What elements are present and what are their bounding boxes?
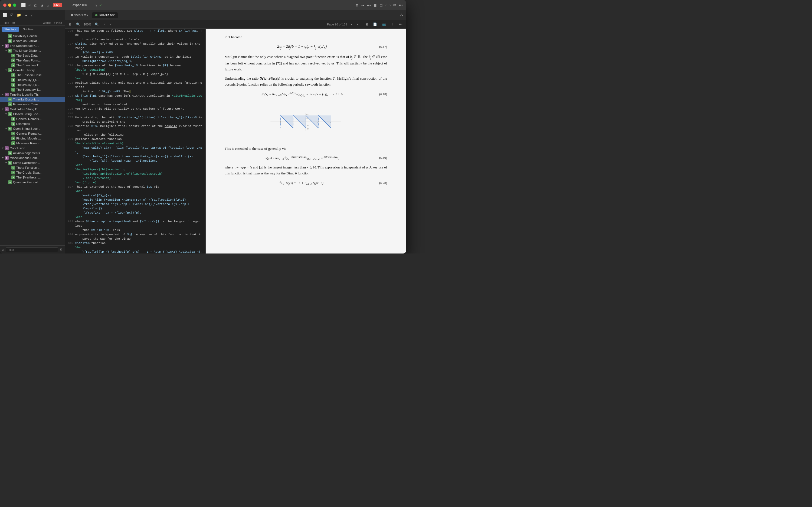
tree-item-general2[interactable]: S General Remark... bbox=[0, 131, 65, 136]
sqrt-icon: √x bbox=[400, 13, 403, 17]
forward-icon[interactable]: › bbox=[389, 3, 391, 7]
code-line-beq2: \beq\label{thetal-sawtooth} bbox=[65, 142, 205, 146]
next-btn[interactable]: › bbox=[350, 22, 353, 27]
tree-item-finding[interactable]: S Finding Models ... bbox=[0, 136, 65, 141]
eq617-number: (6.17) bbox=[379, 44, 387, 50]
preview-content: in T become 2xj = 2âj/b = 1 − q/p − kj √… bbox=[225, 34, 387, 186]
traffic-lights bbox=[3, 3, 16, 7]
minimize-button[interactable] bbox=[8, 3, 11, 7]
check-icon[interactable]: ✓ bbox=[99, 3, 102, 7]
more-toolbar-btn[interactable]: ••• bbox=[397, 22, 404, 27]
tree-item-some[interactable]: ▼ S Some Calculation... bbox=[0, 160, 65, 165]
search-icon[interactable]: ⌕ bbox=[47, 3, 49, 7]
tree-item-conclusion[interactable]: ▼ C Conclusion bbox=[0, 146, 65, 151]
sidebar-btn-check[interactable]: ☑ bbox=[9, 12, 15, 18]
link-icon[interactable]: ∞ bbox=[28, 3, 31, 7]
layout3-icon[interactable]: ◼ bbox=[374, 3, 377, 7]
app-name: TexpadTeX bbox=[71, 3, 87, 7]
tree-item-vartheta[interactable]: S The $\vartheta_... bbox=[0, 175, 65, 180]
prev-first-btn[interactable]: « bbox=[102, 22, 107, 27]
grid-btn[interactable]: ⊞ bbox=[67, 22, 72, 27]
view-btn2[interactable]: 📄 bbox=[372, 22, 378, 27]
tree-item-misc[interactable]: ▼ C Miscellaneous Com... bbox=[0, 156, 65, 160]
tree-item-noncompact[interactable]: ▼ C The Noncompact C... bbox=[0, 43, 65, 48]
tree-item-basic[interactable]: S The Basic Data bbox=[0, 53, 65, 58]
tree-item-susy1[interactable]: S The $\susy{1}$ ... bbox=[0, 77, 65, 82]
arrow-suitability bbox=[5, 35, 8, 37]
maximize-button[interactable] bbox=[13, 3, 16, 7]
code-line-eq1: 2 x_j = 2\hat{a}_j/b = 1 - q/p - k_j \sq… bbox=[65, 72, 205, 76]
more-icon[interactable]: ••• bbox=[399, 3, 403, 7]
eq619-number: (6.19) bbox=[379, 155, 387, 161]
code-line-beq3: \beq bbox=[65, 189, 205, 193]
close-button[interactable] bbox=[3, 3, 6, 7]
tree-item-general1[interactable]: S General Remark... bbox=[0, 116, 65, 121]
tree-item-open[interactable]: ▼ S Open String Spec... bbox=[0, 126, 65, 131]
folder-icon[interactable]: 🗂 bbox=[34, 3, 38, 7]
tree-item-suitability[interactable]: S Suitability Conditi... bbox=[0, 34, 65, 39]
tree-item-quantum[interactable]: S Quantum Fluctuat... bbox=[0, 180, 65, 185]
triangle-icon[interactable]: ▲ bbox=[40, 3, 44, 7]
tree-item-massless[interactable]: S Massless Ramo... bbox=[0, 141, 65, 146]
sidebar-btn-square[interactable]: ⬜ bbox=[2, 12, 8, 18]
code-editor[interactable]: 786 This may be seen as follows. Let $\t… bbox=[65, 29, 206, 253]
tree-item-ack[interactable]: S Acknowledgements bbox=[0, 151, 65, 156]
tab-liouville[interactable]: liouville.tex bbox=[92, 12, 118, 18]
tree-item-liouville[interactable]: ▼ S Liouville Theory bbox=[0, 68, 65, 72]
tree-item-theta[interactable]: S Theta Function ... bbox=[0, 165, 65, 170]
tab-subfiles[interactable]: Subfiles bbox=[20, 27, 36, 32]
filter-input[interactable] bbox=[6, 247, 58, 252]
gear-icon[interactable]: ⚙ bbox=[60, 248, 63, 251]
window-icon[interactable]: ⧉ bbox=[393, 3, 396, 7]
sidebar-btn-search[interactable]: ⌕ bbox=[30, 12, 35, 18]
tab-thesis[interactable]: thesis.tex bbox=[68, 12, 91, 18]
tree-item-timelike[interactable]: ▼ C Timelike Liouville Th... bbox=[0, 92, 65, 97]
sidebar-tree: S Suitability Conditi... S A Note on Sim… bbox=[0, 33, 65, 245]
tree-item-susy2[interactable]: S The $\susy{2}$ ... bbox=[0, 82, 65, 87]
code-line-798b: relies on the following bbox=[65, 133, 205, 137]
code-line-787: 787 $\tla$, also referred to as `charges… bbox=[65, 42, 205, 50]
sidebar-toggle-icon[interactable]: ⬜ bbox=[21, 3, 26, 7]
tree-item-mass[interactable]: S The Mass Form... bbox=[0, 58, 65, 63]
tree-item-boundary2[interactable]: S The Boundary T... bbox=[0, 87, 65, 92]
layout1-icon[interactable]: ▪▪ bbox=[361, 3, 364, 7]
tree-item-linear[interactable]: ▼ S The Linear Dilaton... bbox=[0, 48, 65, 53]
arrow-boundary2 bbox=[8, 88, 11, 91]
layout2-icon[interactable]: ▪▪▪ bbox=[367, 3, 371, 7]
tree-item-examples[interactable]: S Examples bbox=[0, 121, 65, 126]
tree-item-boundary1[interactable]: S The Boundary T... bbox=[0, 63, 65, 68]
layout4-icon[interactable]: ◻ bbox=[379, 3, 383, 7]
tree-item-moduli[interactable]: ▼ C Moduli-free String B... bbox=[0, 107, 65, 112]
tree-item-timelike-bosonic[interactable]: S Timelike Bosonic... bbox=[0, 97, 65, 102]
share-icon[interactable]: ⬆ bbox=[355, 3, 359, 7]
tree-item-bosonic[interactable]: S The Bosonic Case bbox=[0, 72, 65, 77]
icon-some: S bbox=[8, 161, 12, 165]
back-icon[interactable]: ‹ bbox=[385, 3, 387, 7]
code-line-eq2a: \mathcal{D}_1(x) = \lim_{\epsilon\righta… bbox=[65, 146, 205, 154]
view-btn1[interactable]: ⊞ bbox=[364, 22, 369, 27]
arrow-ack bbox=[5, 152, 8, 154]
main-content: ⬜ ☑ 📁 ▲ ⌕ Files 20 Words 34458 Structure… bbox=[0, 10, 406, 253]
tree-item-anote[interactable]: S A Note on Similar ... bbox=[0, 39, 65, 43]
preview-para2: Understanding the ratio ϑ₁′(z|τ)/ϑ₁(z|τ)… bbox=[225, 75, 387, 88]
code-line-beq1: \beq{xj-equation} bbox=[65, 68, 205, 72]
eq618-number: (6.18) bbox=[379, 92, 387, 97]
sidebar-btn-folder[interactable]: 📁 bbox=[16, 12, 22, 18]
branch-icon[interactable]: ⑃ bbox=[95, 3, 97, 7]
tree-item-extension[interactable]: S Extension to Time... bbox=[0, 102, 65, 107]
sidebar-btn-flag[interactable]: ▲ bbox=[23, 12, 29, 18]
code-line-endfig: \end{figure} bbox=[65, 180, 205, 185]
tree-item-closed[interactable]: ▼ S Closed String Spe... bbox=[0, 112, 65, 116]
prev-btn[interactable]: ‹ bbox=[109, 22, 113, 27]
next-last-btn[interactable]: » bbox=[355, 22, 360, 27]
play-btn[interactable]: ⏸ bbox=[389, 22, 395, 27]
label-crucial: The Crucial $\va... bbox=[16, 171, 63, 174]
icon-bosonic: S bbox=[11, 73, 15, 77]
view-btn3[interactable]: 📺 bbox=[381, 22, 387, 27]
tab-structure[interactable]: Structure bbox=[2, 27, 19, 32]
code-line-795: 795 yet by us. This will partially be th… bbox=[65, 107, 205, 111]
zoom-out-btn[interactable]: 🔍 bbox=[75, 22, 81, 27]
arrow-susy2 bbox=[8, 83, 11, 86]
zoom-in-btn[interactable]: 🔍 bbox=[93, 22, 100, 27]
tree-item-crucial[interactable]: S The Crucial $\va... bbox=[0, 170, 65, 175]
